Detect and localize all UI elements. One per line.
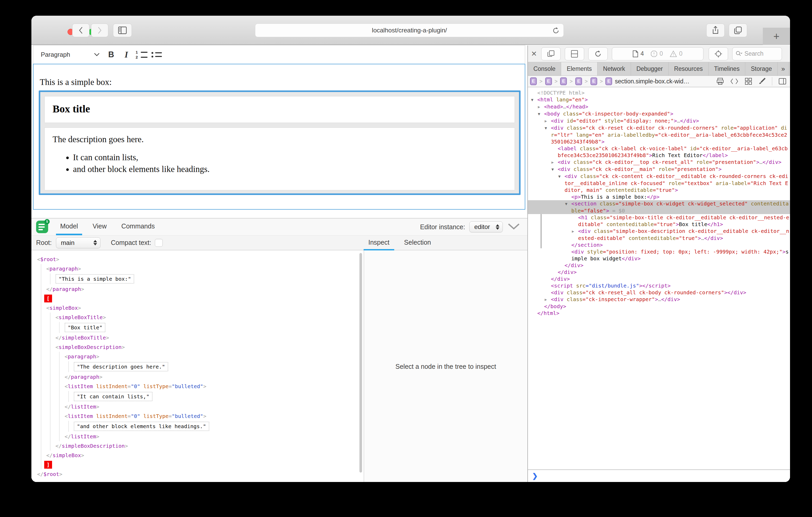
quick-console[interactable]: ❯ xyxy=(528,469,790,482)
devtools-tree-line[interactable]: </div> xyxy=(528,275,790,282)
devtools-tree-line[interactable]: <label class="ck ck-label ck-voice-label… xyxy=(528,145,790,159)
model-tree-line[interactable]: <simpleBoxDescription> xyxy=(55,342,364,352)
model-tree-line[interactable]: <simpleBoxTitle> xyxy=(55,313,364,322)
model-tree-line[interactable]: "Box title" xyxy=(65,322,364,333)
disclosure-triangle-icon[interactable]: ▼ xyxy=(565,201,571,207)
breadcrumb-element-badge[interactable]: E xyxy=(605,78,612,85)
devtools-tree-line[interactable]: ▼<div class="ck ck-reset ck-editor ck-ro… xyxy=(528,124,790,145)
subtab-inspect[interactable]: Inspect xyxy=(364,236,394,251)
breadcrumb-element-badge[interactable]: E xyxy=(545,78,552,85)
issues-summary[interactable]: 4 0 0 xyxy=(612,47,703,60)
devtools-tree-line[interactable]: <p>This is a simple box:</p> xyxy=(528,193,790,200)
model-tree-line[interactable]: </listItem> xyxy=(65,402,364,412)
model-tree-line[interactable]: ] xyxy=(46,460,364,469)
model-tree-line[interactable]: </listItem> xyxy=(65,432,364,441)
simple-box-widget[interactable]: Box title The description goes here. It … xyxy=(39,90,521,195)
tab-timelines[interactable]: Timelines xyxy=(709,62,746,75)
intro-paragraph[interactable]: This is a simple box: xyxy=(40,78,525,87)
disclosure-triangle-icon[interactable]: ▼ xyxy=(538,111,544,117)
italic-button[interactable]: I xyxy=(119,48,134,62)
model-tree-line[interactable]: </paragraph> xyxy=(46,284,364,294)
forward-button[interactable] xyxy=(91,24,108,37)
new-tab-button[interactable]: + xyxy=(763,28,790,45)
simple-box-title-field[interactable]: Box title xyxy=(45,96,515,123)
devtools-tree-line[interactable]: </html> xyxy=(528,310,790,316)
devtools-tree-line[interactable]: <div style="position: fixed; top: 0px; l… xyxy=(528,248,790,262)
model-tree-line[interactable]: <$root> xyxy=(37,254,364,264)
box-title-text[interactable]: Box title xyxy=(53,103,507,115)
breadcrumb-element-badge[interactable]: E xyxy=(575,78,582,85)
model-tree-line[interactable]: <listItem listIndent="0" listType="bulle… xyxy=(65,382,364,391)
editor-content[interactable]: This is a simple box: Box title The desc… xyxy=(33,64,525,210)
devtools-tree-line[interactable]: </section> xyxy=(541,242,790,248)
numbered-list-button[interactable]: 1 2 xyxy=(134,48,149,62)
disclosure-triangle-icon[interactable]: ▶ xyxy=(545,296,551,303)
devtools-tree-line[interactable]: ▼<div class="ck ck-editor__main" role="p… xyxy=(528,166,790,173)
more-tabs-button[interactable]: » xyxy=(778,62,789,75)
devtools-tree-line[interactable]: ▶<head>…</head> xyxy=(528,103,790,110)
model-tree-line[interactable]: </simpleBoxTitle> xyxy=(55,333,364,342)
breadcrumb-selected-node[interactable]: section.simple-box.ck-wid… xyxy=(615,78,689,85)
model-tree-line[interactable]: "This is a simple box:" xyxy=(55,273,364,284)
devtools-tree-line[interactable]: </div> xyxy=(528,262,790,269)
scrollbar-thumb[interactable] xyxy=(359,253,362,473)
disclosure-triangle-icon[interactable]: ▶ xyxy=(572,228,578,235)
disclosure-triangle-icon[interactable]: ▼ xyxy=(558,173,564,180)
devtools-tree-line[interactable]: ▶<div class="simple-box-description ck-e… xyxy=(541,227,790,242)
reload-icon[interactable] xyxy=(552,26,560,35)
devtools-tree-line[interactable]: </div> xyxy=(528,269,790,275)
model-tree-line[interactable]: "The description goes here." xyxy=(74,361,364,372)
disclosure-triangle-icon[interactable]: ▶ xyxy=(538,103,544,110)
bold-button[interactable]: B xyxy=(104,48,119,62)
disclosure-triangle-icon[interactable]: ▶ xyxy=(551,159,558,166)
disclosure-triangle-icon[interactable]: ▼ xyxy=(545,125,551,131)
subtab-selection[interactable]: Selection xyxy=(400,236,436,251)
sidebar-toggle-button[interactable] xyxy=(113,24,132,37)
tab-commands[interactable]: Commands xyxy=(117,218,159,235)
description-text[interactable]: The description goes here. xyxy=(53,134,507,144)
model-tree-line[interactable]: <simpleBox> xyxy=(46,303,364,313)
split-console-button[interactable] xyxy=(565,47,584,60)
model-tree-line[interactable]: </simpleBoxDescription> xyxy=(55,441,364,451)
tab-console[interactable]: Console xyxy=(528,62,561,75)
element-picker-button[interactable] xyxy=(709,47,728,60)
bulleted-list-button[interactable] xyxy=(149,48,164,62)
devtools-tree-line[interactable]: ▼<html lang="en"> xyxy=(528,96,790,103)
share-button[interactable] xyxy=(706,24,725,37)
devtools-tree-line[interactable]: <!DOCTYPE html> xyxy=(528,89,790,96)
model-tree-line[interactable]: <paragraph> xyxy=(46,264,364,273)
devtools-reload-button[interactable] xyxy=(588,47,608,60)
tab-debugger[interactable]: Debugger xyxy=(631,62,669,75)
styles-brush-icon[interactable] xyxy=(758,78,766,85)
devtools-tree-line[interactable]: <div class="ck ck-reset_all ck-body ck-r… xyxy=(528,289,790,296)
devtools-tree-line[interactable]: <script src="dist/bundle.js"></script> xyxy=(528,282,790,289)
devtools-tree-line[interactable]: ▶<div class="ck-inspector-wrapper">…</di… xyxy=(528,296,790,303)
devtools-tree-line[interactable]: ▼<div class="ck ck-content ck-editor__ed… xyxy=(528,173,790,193)
model-tree-line[interactable]: <paragraph> xyxy=(65,352,364,361)
list-item[interactable]: It can contain lists, xyxy=(73,153,507,162)
heading-dropdown[interactable]: Paragraph xyxy=(41,48,104,61)
model-tree-line[interactable]: </$root> xyxy=(37,469,364,479)
devtools-tree-line[interactable]: </body> xyxy=(528,303,790,310)
url-field[interactable]: localhost/creating-a-plugin/ xyxy=(255,24,564,37)
close-devtools-button[interactable]: ✕ xyxy=(531,50,537,58)
devtools-tree-line[interactable]: ▼<section class="simple-box ck-widget ck… xyxy=(528,200,790,214)
tab-network[interactable]: Network xyxy=(598,62,631,75)
devtools-tree-line[interactable]: ▶<div class="ck ck-editor__top ck-reset_… xyxy=(528,159,790,166)
disclosure-triangle-icon[interactable]: ▼ xyxy=(551,166,558,173)
devtools-tree-line[interactable]: ▶<div id="editor" style="display: none;"… xyxy=(528,117,790,124)
model-tree-line[interactable]: <listItem listIndent="0" listType="bulle… xyxy=(65,412,364,421)
root-select[interactable]: main xyxy=(56,237,100,248)
model-tree-line[interactable]: </simpleBox> xyxy=(46,451,364,460)
devtools-tree-line[interactable]: ▼<body class="ck-inspector-body-expanded… xyxy=(528,110,790,117)
disclosure-triangle-icon[interactable]: ▶ xyxy=(545,118,551,124)
dock-side-button[interactable] xyxy=(541,47,560,60)
list-item[interactable]: and other block elements like headings. xyxy=(73,164,507,174)
tab-storage[interactable]: Storage xyxy=(745,62,778,75)
tab-overview-button[interactable] xyxy=(729,24,747,37)
print-icon[interactable] xyxy=(717,78,724,85)
editor-instance-select[interactable]: editor xyxy=(469,221,503,232)
tab-model[interactable]: Model xyxy=(56,218,82,235)
collapse-inspector-button[interactable] xyxy=(507,223,521,231)
model-tree-line[interactable]: </paragraph> xyxy=(65,372,364,382)
